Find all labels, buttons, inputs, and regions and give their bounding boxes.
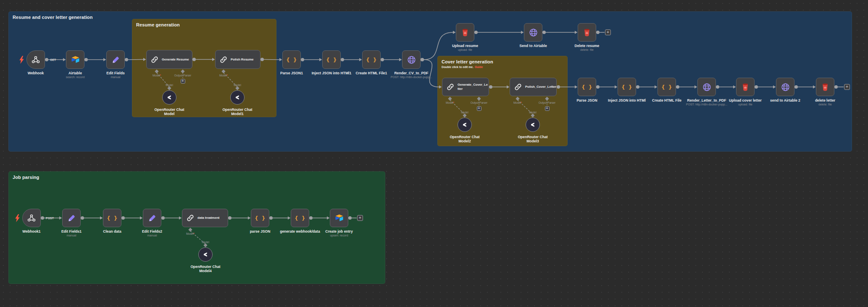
- output-port-dot[interactable]: [45, 58, 48, 61]
- node-delete-resume[interactable]: [578, 23, 596, 42]
- output-port-dot[interactable]: [596, 85, 600, 89]
- airtable-icon: [335, 214, 344, 222]
- pencil-icon: [148, 214, 156, 222]
- output-port-dot[interactable]: [309, 216, 313, 220]
- input-port-arrow: [399, 58, 402, 61]
- globe-icon: [407, 55, 416, 65]
- node-polish-resume[interactable]: Polish Resume: [215, 50, 260, 69]
- node-render-cv-pdf[interactable]: [402, 50, 421, 69]
- sub-input-port-diamond[interactable]: [531, 113, 534, 117]
- output-port-dot[interactable]: [341, 58, 344, 61]
- node-inject-json-html[interactable]: { }: [618, 78, 636, 96]
- output-port-dot[interactable]: [84, 58, 88, 61]
- node-title: OpenRouter Chat Model1: [220, 108, 255, 116]
- connection-wire[interactable]: [128, 60, 143, 60]
- output-port-dot[interactable]: [716, 85, 719, 89]
- sub-output-port-diamond[interactable]: [448, 97, 452, 100]
- node-inject-json-html1[interactable]: { }: [322, 50, 341, 69]
- output-port-dot[interactable]: [125, 58, 128, 61]
- node-send-to-airtable[interactable]: [524, 23, 542, 42]
- sub-port-label-text: Model: [153, 74, 160, 77]
- sub-output-port-diamond[interactable]: [155, 69, 158, 73]
- sub-output-port-diamond[interactable]: [516, 97, 519, 100]
- output-port-dot[interactable]: [381, 58, 384, 61]
- webhook-icon: [31, 55, 40, 64]
- sub-input-port-diamond[interactable]: [203, 243, 207, 247]
- output-port-dot[interactable]: [41, 216, 44, 220]
- node-upload-cover[interactable]: [736, 78, 755, 96]
- output-port-dot[interactable]: [557, 85, 560, 89]
- input-port-arrow: [279, 58, 282, 61]
- output-port-dot[interactable]: [421, 58, 424, 61]
- node-send-to-airtable-2[interactable]: [776, 78, 794, 96]
- output-port-dot[interactable]: [301, 58, 304, 61]
- sub-input-port-diamond[interactable]: [463, 113, 466, 117]
- output-port-dot[interactable]: [676, 85, 679, 89]
- add-sub-node-button[interactable]: [477, 106, 481, 111]
- input-port-arrow: [179, 216, 182, 220]
- node-openrouter-chat-model3[interactable]: [526, 118, 540, 132]
- node-create-html-file1[interactable]: { }: [362, 50, 381, 69]
- sub-port-label-text: Model: [219, 74, 227, 77]
- output-port-dot[interactable]: [161, 216, 165, 220]
- chain-icon: [446, 83, 455, 91]
- node-parse-json1[interactable]: { }: [282, 50, 301, 69]
- code-icon: { }: [366, 57, 377, 63]
- node-parse-json[interactable]: { }: [578, 78, 596, 96]
- output-port-dot[interactable]: [121, 216, 125, 220]
- node-edit-fields[interactable]: [106, 50, 125, 69]
- node-generate-cover[interactable]: Generate_Cover_Letter: [442, 78, 489, 96]
- output-port-dot[interactable]: [348, 216, 352, 220]
- pencil-icon: [68, 214, 76, 222]
- output-port-dot[interactable]: [794, 85, 798, 89]
- output-port-dot[interactable]: [489, 85, 492, 89]
- node-data-treatment[interactable]: data treatment: [182, 209, 228, 227]
- node-generate-resume[interactable]: Generate Resume: [146, 50, 192, 69]
- add-sub-node-button[interactable]: [181, 79, 185, 84]
- node-webhook1[interactable]: [22, 209, 41, 227]
- connection-wire[interactable]: [264, 60, 279, 60]
- add-sub-node-button[interactable]: [545, 106, 550, 111]
- node-openrouter-chat-model[interactable]: [162, 90, 176, 105]
- node-clean-data[interactable]: { }: [103, 209, 121, 227]
- add-node-button[interactable]: [844, 84, 850, 90]
- output-port-dot[interactable]: [192, 58, 196, 61]
- output-port-dot[interactable]: [81, 216, 84, 220]
- output-port-dot[interactable]: [596, 31, 600, 34]
- node-openrouter-chat-model2[interactable]: [458, 118, 472, 132]
- sub-output-port-diamond[interactable]: [188, 228, 192, 231]
- output-port-dot[interactable]: [542, 31, 546, 34]
- node-edit-fields2[interactable]: [143, 209, 161, 227]
- node-polish-cover[interactable]: Polish_Cover_Letter: [510, 78, 557, 96]
- node-edit-fields1[interactable]: [62, 209, 81, 227]
- node-openrouter-chat-model1[interactable]: [230, 90, 245, 105]
- node-delete-letter[interactable]: [816, 78, 834, 96]
- input-port-arrow: [319, 58, 322, 61]
- node-parse-json-2[interactable]: { }: [251, 209, 269, 227]
- node-upload-resume[interactable]: [456, 23, 474, 42]
- sub-output-port-diamond[interactable]: [221, 69, 225, 73]
- node-airtable[interactable]: [66, 50, 84, 69]
- node-generate-webhook-data[interactable]: { }: [291, 209, 309, 227]
- output-port-dot[interactable]: [636, 85, 639, 89]
- workflow-canvas[interactable]: Resume and cover letter generationResume…: [0, 0, 868, 307]
- openrouter-icon: [234, 94, 241, 101]
- node-openrouter-chat-model4[interactable]: [198, 247, 213, 262]
- add-node-button[interactable]: [605, 29, 611, 35]
- node-webhook[interactable]: [26, 50, 45, 69]
- input-port-arrow: [439, 85, 442, 89]
- output-port-dot[interactable]: [474, 31, 478, 34]
- input-port-arrow: [773, 85, 776, 89]
- output-port-dot[interactable]: [834, 85, 838, 89]
- sub-input-port-diamond[interactable]: [235, 86, 239, 90]
- output-port-dot[interactable]: [269, 216, 273, 220]
- sub-port-label-text: Model: [513, 101, 521, 104]
- node-render-letter-pdf[interactable]: [697, 78, 716, 96]
- node-create-job-entry[interactable]: [330, 209, 348, 227]
- sub-input-port-diamond[interactable]: [167, 86, 171, 90]
- output-port-dot[interactable]: [228, 216, 231, 220]
- output-port-dot[interactable]: [260, 58, 264, 61]
- output-port-dot[interactable]: [755, 85, 758, 89]
- add-node-button[interactable]: [357, 215, 363, 221]
- node-create-html-file[interactable]: { }: [658, 78, 676, 96]
